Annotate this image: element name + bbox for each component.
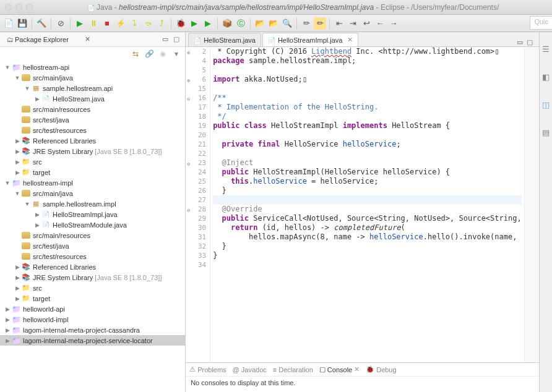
run-button[interactable]: ▶	[188, 17, 201, 30]
outline-view-icon[interactable]: ☰	[542, 45, 550, 54]
debug-button[interactable]: 🐞	[175, 17, 187, 30]
tree-node[interactable]: ▶HelloStreamImpl.java	[0, 209, 185, 219]
new-package-button[interactable]: 📦	[221, 17, 233, 30]
tree-node[interactable]: ▼src/main/java	[0, 72, 185, 83]
bottom-tab-declaration[interactable]: ≡Declaration	[273, 366, 313, 373]
expand-arrow-icon[interactable]: ▶	[14, 148, 21, 155]
search-button[interactable]: 🔍	[281, 17, 293, 30]
package-explorer-tree[interactable]: ▼hellostream-api▼src/main/java▼sample.he…	[0, 61, 185, 392]
maximize-view-icon[interactable]: ▢	[171, 35, 181, 45]
tree-node[interactable]: ▼hellostream-api	[0, 62, 185, 72]
expand-arrow-icon[interactable]: ▶	[4, 317, 11, 323]
fold-icon[interactable]: ⊕	[186, 76, 190, 82]
step-return-button[interactable]: ⤴	[155, 17, 168, 30]
view-close-icon[interactable]: ✕	[83, 35, 93, 45]
tree-node[interactable]: ▶JRE System Library[Java SE 8 [1.8.0_73]…	[0, 146, 185, 156]
toggle-highlight-button[interactable]: ✏	[314, 17, 326, 30]
tree-node[interactable]: ▶HelloStreamModule.java	[0, 219, 185, 230]
collapse-all-icon[interactable]: ⇆	[131, 49, 140, 59]
cheatsheet-icon[interactable]: ◫	[542, 100, 550, 109]
expand-arrow-icon[interactable]: ▶	[4, 338, 11, 344]
expand-arrow-icon[interactable]: ▶	[14, 275, 21, 281]
save-button[interactable]: 💾	[16, 17, 28, 30]
tree-node[interactable]: ▶lagom-internal-meta-project-service-loc…	[0, 335, 185, 346]
toggle-mark-button[interactable]: ✏	[300, 17, 313, 30]
expand-arrow-icon[interactable]: ▶	[14, 285, 21, 291]
fold-icon[interactable]: ⊖	[186, 160, 190, 165]
tree-node[interactable]: ▼hellostream-impl	[0, 177, 185, 188]
annotation-next-button[interactable]: ⇥	[347, 17, 359, 30]
tab-close-icon[interactable]: ✕	[354, 365, 360, 373]
view-menu-icon[interactable]: ▾	[171, 49, 181, 59]
fold-icon[interactable]: ⊖	[186, 95, 190, 100]
minimize-view-icon[interactable]: ▭	[160, 35, 170, 45]
tree-node[interactable]: ▶src	[0, 283, 185, 293]
open-task-button[interactable]: 📂	[267, 17, 280, 30]
step-into-button[interactable]: ⤵	[128, 17, 140, 30]
resume-button[interactable]: ▶	[74, 17, 86, 30]
tree-node[interactable]: src/test/java	[0, 241, 185, 251]
expand-arrow-icon[interactable]: ▼	[14, 75, 21, 81]
overview-ruler[interactable]	[524, 47, 539, 362]
minimize-window-button[interactable]	[15, 4, 22, 11]
expand-arrow-icon[interactable]: ▶	[33, 222, 41, 228]
editor-tab[interactable]: HelloStream.java	[188, 33, 261, 46]
code-body[interactable]: * Copyright (C) 2016 Lightbend Inc. <htt…	[210, 47, 524, 362]
expand-arrow-icon[interactable]: ▶	[14, 138, 21, 144]
build-button[interactable]: 🔨	[35, 17, 48, 30]
step-over-button[interactable]: ⤼	[142, 17, 154, 30]
forward-button[interactable]: →	[387, 17, 400, 30]
tree-node[interactable]: ▼sample.hellostream.api	[0, 83, 185, 93]
bottom-tab-debug[interactable]: 🐞Debug	[366, 365, 396, 373]
bottom-tab-problems[interactable]: ⚠Problems	[189, 365, 226, 373]
editor-maximize-icon[interactable]: ▢	[527, 38, 537, 46]
expand-arrow-icon[interactable]: ▶	[14, 169, 21, 176]
expand-arrow-icon[interactable]: ▼	[14, 190, 21, 197]
editor-minimize-icon[interactable]: ▭	[517, 38, 527, 46]
tab-close-icon[interactable]: ✕	[347, 36, 353, 44]
fold-icon[interactable]: ⊕	[186, 48, 190, 54]
tree-node[interactable]: ▼src/main/java	[0, 188, 185, 198]
tree-node[interactable]: ▶lagom-internal-meta-project-cassandra	[0, 325, 185, 335]
expand-arrow-icon[interactable]: ▶	[4, 327, 11, 333]
coverage-button[interactable]: ▶	[202, 17, 214, 30]
annotation-prev-button[interactable]: ⇤	[333, 17, 345, 30]
tree-node[interactable]: src/test/resources	[0, 251, 185, 262]
tree-node[interactable]: ▶JRE System Library[Java SE 8 [1.8.0_73]…	[0, 272, 185, 283]
tree-node[interactable]: ▶Referenced Libraries	[0, 262, 185, 272]
expand-arrow-icon[interactable]: ▶	[4, 306, 11, 312]
tree-node[interactable]: src/test/java	[0, 114, 185, 125]
tree-node[interactable]: src/test/resources	[0, 125, 185, 135]
expand-arrow-icon[interactable]: ▶	[14, 264, 21, 270]
expand-arrow-icon[interactable]: ▶	[33, 211, 41, 218]
expand-arrow-icon[interactable]: ▼	[24, 201, 31, 207]
tree-node[interactable]: src/main/resources	[0, 104, 185, 114]
expand-arrow-icon[interactable]: ▶	[14, 296, 21, 302]
tree-node[interactable]: ▶Referenced Libraries	[0, 135, 185, 146]
line-gutter[interactable]: 2⊕456⊕1516⊖17181920212223⊖2425262728⊖293…	[186, 47, 210, 362]
zoom-window-button[interactable]	[26, 4, 33, 11]
bottom-tab-javadoc[interactable]: @Javadoc	[233, 366, 267, 373]
task-list-icon[interactable]: ◧	[542, 72, 550, 82]
expand-arrow-icon[interactable]: ▼	[4, 180, 11, 186]
expand-arrow-icon[interactable]: ▼	[24, 85, 31, 92]
focus-task-icon[interactable]: ◉	[158, 49, 168, 59]
tree-node[interactable]: ▼sample.hellostream.impl	[0, 198, 185, 209]
tree-node[interactable]: ▶helloworld-impl	[0, 314, 185, 325]
close-window-button[interactable]	[5, 4, 12, 11]
fold-icon[interactable]: ⊖	[186, 206, 190, 211]
disconnect-button[interactable]: ⚡	[114, 17, 127, 30]
expand-arrow-icon[interactable]: ▼	[4, 64, 11, 70]
expand-arrow-icon[interactable]: ▶	[33, 96, 41, 102]
tree-node[interactable]: ▶HelloStream.java	[0, 93, 185, 104]
tree-node[interactable]: ▶helloworld-api	[0, 304, 185, 314]
code-editor[interactable]: 2⊕456⊕1516⊖17181920212223⊖2425262728⊖293…	[186, 47, 539, 362]
back-button[interactable]: ←	[374, 17, 386, 30]
open-type-button[interactable]: 📂	[254, 17, 266, 30]
tree-node[interactable]: ▶target	[0, 293, 185, 304]
tree-node[interactable]: ▶src	[0, 156, 185, 167]
quick-access-input[interactable]: Quic	[530, 16, 552, 30]
expand-arrow-icon[interactable]: ▶	[14, 159, 21, 165]
editor-tab[interactable]: HelloStreamImpl.java✕	[262, 33, 359, 46]
link-editor-icon[interactable]: 🔗	[144, 49, 154, 59]
